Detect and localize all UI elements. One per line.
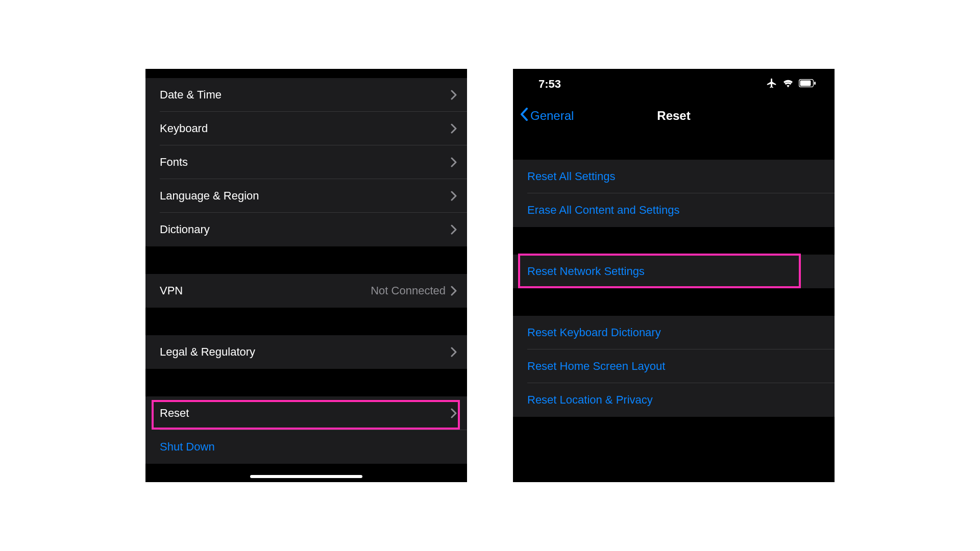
row-label: Reset Network Settings [527,265,824,278]
group-gap [145,308,467,335]
row-reset-home-screen-layout[interactable]: Reset Home Screen Layout [513,349,835,383]
nav-bar: General Reset [513,99,835,132]
status-icons [766,78,816,91]
row-reset-network-settings[interactable]: Reset Network Settings [513,255,835,288]
settings-group-vpn: VPN Not Connected [145,274,467,308]
settings-group-locale: Date & Time Keyboard Fonts Language & Re… [145,78,467,246]
wifi-icon [782,79,794,90]
row-date-time[interactable]: Date & Time [145,78,467,112]
back-button[interactable]: General [520,108,574,124]
top-gap [145,69,467,78]
group-gap [145,246,467,274]
row-legal-regulatory[interactable]: Legal & Regulatory [145,335,467,369]
row-label: Legal & Regulatory [160,345,451,359]
reset-group-other: Reset Keyboard Dictionary Reset Home Scr… [513,316,835,417]
settings-group-system: Reset Shut Down [145,396,467,464]
airplane-mode-icon [766,78,777,91]
row-reset[interactable]: Reset [145,396,467,430]
row-shut-down[interactable]: Shut Down [145,430,467,464]
row-keyboard[interactable]: Keyboard [145,112,467,145]
status-time: 7:53 [538,78,561,91]
row-reset-all-settings[interactable]: Reset All Settings [513,160,835,193]
row-label: Shut Down [160,440,457,454]
chevron-right-icon [451,224,457,235]
row-label: Dictionary [160,223,451,236]
reset-group-main: Reset All Settings Erase All Content and… [513,160,835,227]
row-label: Reset Location & Privacy [527,393,824,407]
chevron-right-icon [451,90,457,100]
row-label: Language & Region [160,189,451,203]
row-language-region[interactable]: Language & Region [145,179,467,213]
phone-general-settings: Date & Time Keyboard Fonts Language & Re… [145,69,467,482]
row-label: Fonts [160,156,451,169]
row-label: Erase All Content and Settings [527,204,824,217]
screenshot-pair: Date & Time Keyboard Fonts Language & Re… [0,0,980,551]
chevron-right-icon [451,408,457,418]
chevron-right-icon [451,191,457,201]
status-bar: 7:53 [513,69,835,99]
row-dictionary[interactable]: Dictionary [145,213,467,246]
row-fonts[interactable]: Fonts [145,145,467,179]
chevron-right-icon [451,123,457,134]
group-gap [513,132,835,160]
row-label: Reset [160,407,451,420]
chevron-right-icon [451,157,457,167]
row-value: Not Connected [371,284,446,297]
row-label: Keyboard [160,122,451,135]
row-label: VPN [160,284,371,297]
row-label: Reset Keyboard Dictionary [527,326,824,339]
row-erase-all-content[interactable]: Erase All Content and Settings [513,193,835,227]
row-reset-location-privacy[interactable]: Reset Location & Privacy [513,383,835,417]
row-label: Reset All Settings [527,170,824,183]
row-reset-keyboard-dictionary[interactable]: Reset Keyboard Dictionary [513,316,835,349]
svg-rect-1 [800,81,811,86]
phone-reset-settings: 7:53 General Reset [513,69,835,482]
chevron-right-icon [451,347,457,357]
back-label: General [530,109,574,123]
group-gap [513,227,835,255]
chevron-left-icon [520,108,528,124]
row-label: Date & Time [160,88,451,102]
group-gap [513,288,835,316]
chevron-right-icon [451,286,457,296]
battery-icon [799,79,816,89]
row-vpn[interactable]: VPN Not Connected [145,274,467,308]
home-indicator [250,475,362,478]
group-gap [145,369,467,396]
reset-group-network: Reset Network Settings [513,255,835,288]
settings-group-legal: Legal & Regulatory [145,335,467,369]
row-label: Reset Home Screen Layout [527,360,824,373]
svg-rect-2 [814,82,816,85]
